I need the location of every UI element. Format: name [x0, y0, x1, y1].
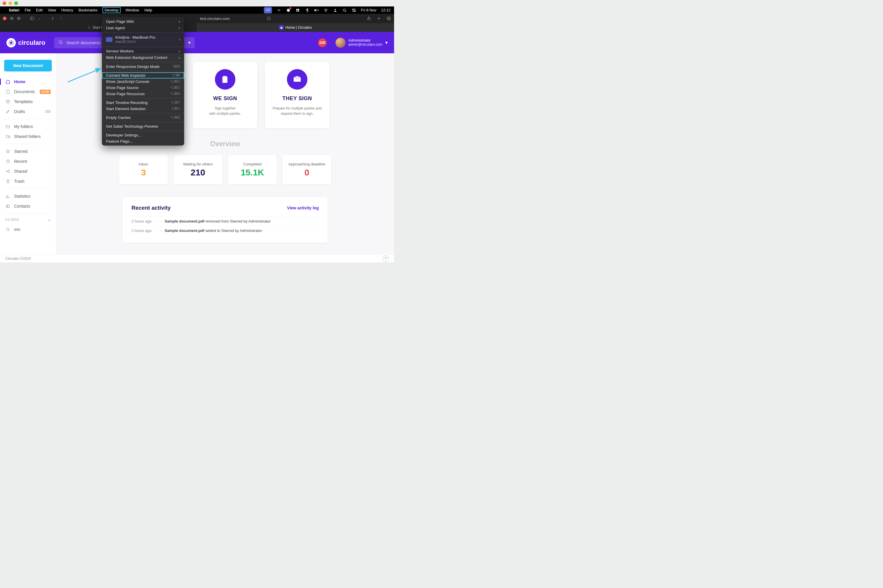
search-icon: [5, 227, 10, 232]
menu-open-page-with[interactable]: Open Page With: [102, 18, 184, 25]
stat-deadline[interactable]: Approaching deadline 0: [283, 155, 331, 184]
menu-empty-caches[interactable]: Empty Caches⌥⌘E: [102, 114, 184, 121]
menu-service-workers[interactable]: Service Workers: [102, 48, 184, 54]
menu-tech-preview[interactable]: Get Safari Technology Preview: [102, 123, 184, 129]
activity-time: 2 hours ago: [132, 228, 157, 233]
menu-responsive-mode[interactable]: Enter Responsive Design Mode^⌘R: [102, 63, 184, 70]
menu-bookmarks[interactable]: Bookmarks: [78, 8, 97, 12]
safari-min-dot[interactable]: [10, 17, 13, 20]
safari-tab-bar: ☆ Start Page ◙ Home | Circularo: [0, 23, 394, 32]
wifi-icon[interactable]: [324, 8, 328, 13]
user-name: Administrator: [348, 38, 382, 43]
copyright-text: Circularo ©2024: [5, 256, 31, 261]
card-they-sign[interactable]: THEY SIGN Prepare for multiple parties a…: [265, 62, 329, 128]
sidebar-filter-item[interactable]: sss: [0, 224, 56, 234]
sidebar-item-templates[interactable]: Templates: [0, 97, 56, 106]
sidebar-item-shared[interactable]: Shared: [0, 166, 56, 176]
menu-device[interactable]: Kristýna - MacBook Pro macOS 14.6.1 ›: [102, 34, 184, 45]
menu-window[interactable]: Window: [126, 8, 139, 12]
sidebar-item-home[interactable]: Home: [0, 77, 56, 87]
spotlight-icon[interactable]: [342, 8, 347, 13]
menu-connect-web-inspector[interactable]: Connect Web Inspector⌥⌘I: [102, 72, 184, 78]
filters-header: FILTERS +: [0, 216, 56, 224]
app-name-menu[interactable]: Safari: [9, 8, 19, 12]
menu-show-page-resources[interactable]: Show Page Resources⌥⌘A: [102, 91, 184, 97]
sidebar-item-drafts[interactable]: Drafts 153: [0, 106, 56, 117]
menu-user-agent[interactable]: User Agent: [102, 25, 184, 31]
menu-start-timeline[interactable]: Start Timeline Recording⌥⌘T: [102, 99, 184, 106]
user-menu[interactable]: Administrator admin@circularo.com ▾: [336, 38, 388, 48]
control-center-icon[interactable]: [352, 8, 356, 13]
new-document-button[interactable]: New Document: [4, 60, 52, 72]
sidebar-item-sharedfolders[interactable]: Shared folders: [0, 132, 56, 141]
brand-text: circularo: [18, 39, 45, 46]
svg-point-1: [278, 9, 279, 10]
tab-circularo[interactable]: ◙ Home | Circularo: [197, 23, 394, 32]
reload-icon[interactable]: [267, 16, 271, 21]
chevron-down-icon[interactable]: ⌄: [38, 17, 40, 20]
sidebar-item-label: sss: [14, 227, 20, 232]
battery-icon[interactable]: [314, 8, 319, 13]
menu-web-ext-bg[interactable]: Web Extension Background Content: [102, 54, 184, 61]
menu-feature-flags[interactable]: Feature Flags…: [102, 138, 184, 144]
new-tab-icon[interactable]: [376, 16, 381, 21]
folder-icon: [5, 124, 10, 129]
share-icon[interactable]: [367, 16, 371, 21]
notification-badge[interactable]: 228: [318, 38, 327, 47]
menu-show-js-console[interactable]: Show JavaScript Console⌥⌘C: [102, 78, 184, 85]
menu-show-page-source[interactable]: Show Page Source⌥⌘U: [102, 85, 184, 91]
help-icon[interactable]: ?: [382, 255, 389, 262]
svg-point-35: [7, 206, 8, 207]
card-we-sign[interactable]: WE SIGN Sign togetherwith multiple parti…: [193, 62, 257, 128]
stat-label: Waiting for others: [183, 162, 213, 166]
sidebar-item-statistics[interactable]: Statistics: [0, 191, 56, 201]
menubar-time[interactable]: 12:12: [381, 8, 391, 12]
menu-file[interactable]: File: [25, 8, 31, 12]
menu-develop[interactable]: Develop: [103, 8, 120, 13]
stat-completed[interactable]: Completed 15.1K: [228, 155, 277, 184]
safari-close-dot[interactable]: [3, 17, 6, 20]
menu-start-element-selection[interactable]: Start Element Selection⇧⌘C: [102, 106, 184, 112]
svg-point-10: [343, 9, 345, 11]
back-button-icon[interactable]: [50, 16, 55, 21]
menu-developer-settings[interactable]: Developer Settings…: [102, 132, 184, 138]
bluetooth-icon[interactable]: [305, 8, 309, 13]
sidebar-toggle-icon[interactable]: [30, 16, 34, 21]
stat-value: 0: [304, 168, 309, 177]
activity-doc: Sample document.pdf: [165, 219, 204, 224]
menubar-date[interactable]: Fri 8 Nov: [361, 8, 376, 12]
stat-waiting[interactable]: Waiting for others 210: [174, 155, 222, 184]
sidebar-item-contacts[interactable]: Contacts: [0, 201, 56, 211]
user-icon[interactable]: [333, 8, 337, 13]
close-window-dot[interactable]: [3, 2, 6, 5]
menu-history[interactable]: History: [61, 8, 73, 12]
view-activity-log-link[interactable]: View activity log: [287, 206, 319, 210]
app-logo[interactable]: circularo: [6, 38, 45, 48]
sidebar-item-myfolders[interactable]: My folders: [0, 122, 56, 132]
sidebar-item-starred[interactable]: Starred: [0, 146, 56, 156]
menu-edit[interactable]: Edit: [36, 8, 42, 12]
stat-inbox[interactable]: Inbox 3: [119, 155, 168, 184]
menu-help[interactable]: Help: [144, 8, 152, 12]
star-icon: ☆: [87, 26, 91, 30]
add-filter-icon[interactable]: +: [48, 218, 51, 222]
stat-label: Approaching deadline: [288, 162, 325, 166]
search-dropdown-icon[interactable]: ▾: [188, 40, 190, 45]
sidebar-item-trash[interactable]: Trash: [0, 176, 56, 186]
status-app-icon-2[interactable]: [286, 8, 291, 13]
sidebar-item-documents[interactable]: Documents 14.9K: [0, 87, 56, 97]
safari-max-dot[interactable]: [17, 17, 21, 20]
sidebar-item-recent[interactable]: Recent: [0, 156, 56, 166]
status-app-icon-3[interactable]: [295, 8, 300, 13]
forward-button-icon[interactable]: [58, 16, 63, 21]
svg-point-14: [354, 11, 355, 11]
maximize-window-dot[interactable]: [14, 2, 18, 5]
svg-point-31: [6, 171, 7, 172]
clock-icon: [5, 159, 10, 164]
minimize-window-dot[interactable]: [9, 2, 12, 5]
sidebar-item-label: Trash: [14, 179, 24, 184]
status-app-icon-1[interactable]: [277, 8, 281, 13]
menu-view[interactable]: View: [48, 8, 56, 12]
screen-recording-icon[interactable]: [264, 7, 272, 14]
tab-overview-icon[interactable]: [387, 16, 391, 21]
